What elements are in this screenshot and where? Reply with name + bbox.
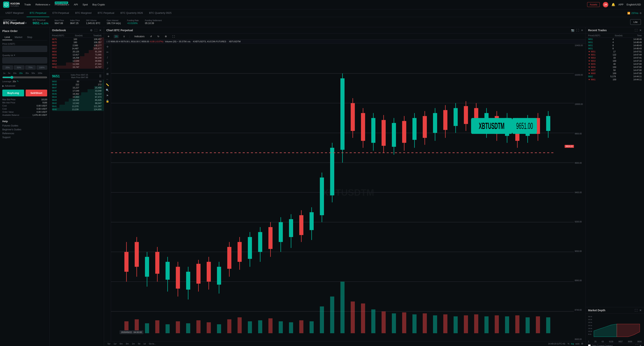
goto-btn[interactable]: Go to... [148,342,157,345]
tf-1yr[interactable]: 1yr [112,342,118,345]
price-input[interactable] [2,46,47,52]
bid-row[interactable]: 964013,239124,656 [50,108,104,111]
settings-icon[interactable]: ⚙ [90,29,92,32]
crosshair-tool-icon[interactable]: ✛ [106,45,109,48]
expand-depth-icon[interactable]: ⛶ [635,309,638,312]
settings-icon[interactable]: ⚙ [640,12,642,14]
camera-icon[interactable]: 📷 [571,29,574,32]
expand-rt-icon[interactable]: ⛶ [635,29,638,32]
rt-row[interactable]: ▼ 96533314:47:41 [586,56,644,59]
ask-row[interactable]: 965620,12591,190 [50,50,104,53]
help-support[interactable]: Support [2,136,47,139]
tab-btc-margined[interactable]: BTC Margined [72,9,95,17]
bid-row[interactable]: 964715,22715,499 [50,86,104,89]
chart-settings-icon[interactable]: ⚙ [581,342,583,345]
advanced-toggle[interactable]: ▶ Advanced [2,84,47,87]
rt-row[interactable]: ▼ 965112214:47:44 [586,53,644,56]
ask-row[interactable]: 9670180108,357 [50,41,104,44]
rt-row[interactable]: 96625,17914:44:11 [586,75,644,78]
bid-row[interactable]: 964519,36252,410 [50,92,104,95]
multi-tool-icon[interactable]: ⊞ [106,72,109,75]
tab-btc-perpetual[interactable]: BTC Perpetual [26,9,49,17]
bid-row[interactable]: 964415,06367,473 [50,95,104,98]
ask-row[interactable]: 965714,487105,677 [50,47,104,50]
log-label[interactable]: log [571,343,574,345]
quantity-input[interactable] [2,57,47,63]
pct-25[interactable]: 25% [2,65,13,70]
tab-btc-perpetual2[interactable]: BTC Perpetual [94,9,117,17]
lev-1x[interactable]: 1x [2,71,6,75]
nav-buy-crypto[interactable]: Buy Crypto [92,3,105,6]
avatar[interactable]: JA [603,2,608,7]
nav-api[interactable]: API [74,3,78,6]
tab-eth-perpetual[interactable]: ETH Perpetual [49,9,72,17]
close-depth-icon[interactable]: ✕ [639,309,642,312]
tf-6m[interactable]: 6m [118,342,124,345]
nav-references[interactable]: References ▾ [36,3,50,6]
rt-row[interactable]: ▼ 966010014:47:00 [586,72,644,75]
symbol-name[interactable]: BTC Perpetual ▾ [3,21,26,25]
fullscreen-btn[interactable]: ⛶ [171,35,176,38]
redo-btn[interactable]: ↻ [156,35,160,38]
help-beginners-guides[interactable]: Beginner's Guides [2,128,47,131]
nav-promotions[interactable]: Brand Upgrade Promotions ▾ [55,3,69,6]
ask-row[interactable]: 965418,25858,248 [50,56,104,59]
pct-50[interactable]: 50% [14,65,24,70]
close-icon2[interactable]: ✕ [639,344,642,346]
measure-tool-icon[interactable]: ⤢ [106,67,109,70]
order-tab-stop[interactable]: Stop [25,34,34,40]
tf-1m[interactable]: 1m [130,342,136,345]
assets-button[interactable]: Assets [587,2,600,7]
leverage-edit-icon[interactable]: ✎ [17,80,19,83]
lite-button[interactable]: Lite [630,19,641,25]
tf-candle[interactable]: 🕯 [122,35,126,38]
rt-row[interactable]: ▼ 966110014:44:11 [586,78,644,81]
lev-50x[interactable]: 50x [31,71,36,75]
text-tool-icon[interactable]: T [106,61,108,65]
nav-trade[interactable]: Trade [24,3,31,6]
leverage-slider[interactable] [2,76,47,79]
bid-row[interactable]: 964318,03285,505 [50,98,104,102]
tab-usdt-margined[interactable]: USDT Margined [2,9,26,17]
ask-row[interactable]: 9675100108,457 [50,38,104,41]
expand-chart-icon[interactable]: ⛶ [576,29,579,32]
indicators-btn[interactable]: Indicators [133,35,146,38]
arrow-tool-icon[interactable]: ← [106,78,109,81]
tab-btc-quarterly-0626[interactable]: BTC Quarterly 0626 [118,9,146,17]
buy-long-button[interactable]: Buy/Long [2,90,24,96]
close-rt-icon[interactable]: ✕ [639,29,642,32]
tf-5d[interactable]: 5d [137,342,141,345]
nav-app[interactable]: APP [618,3,624,6]
tab-btc-quarterly-0925[interactable]: BTC Quarterly 0925 [146,9,175,17]
expand-icon2[interactable]: ⛶ [636,344,638,346]
lev-5x[interactable]: 5x [8,71,11,75]
rt-row[interactable]: ▼ 965310014:47:16 [586,59,644,62]
lev-35x[interactable]: 35x [25,71,30,75]
bid-row[interactable]: 96505050 [50,80,104,83]
pct-label[interactable]: % [568,343,570,345]
sell-short-button[interactable]: Sell/Short [26,90,47,96]
tf-1d[interactable]: 1d [142,342,147,345]
ask-row[interactable]: 965512,81771,065 [50,53,104,56]
lev-10x[interactable]: 10x [12,71,17,75]
settings-btn[interactable]: ⚙ [164,35,168,38]
ask-row[interactable]: 965211,59427,341 [50,62,104,65]
ob-mid-icon[interactable]: ⠿ [99,74,102,78]
flag-tool-icon[interactable]: ⚑ [106,94,109,97]
help-futures-guides[interactable]: Futures Guides [2,124,47,127]
ask-row[interactable]: 965115,74715,747 [50,65,104,69]
bell-icon[interactable]: 🔔 [612,3,615,6]
line-tool-icon[interactable]: / [107,56,108,59]
tf-3m[interactable]: 3m [124,342,130,345]
pct-100[interactable]: 100% [36,65,47,70]
lock-tool-icon[interactable]: 🔒 [106,99,109,103]
bid-row[interactable]: 964212,54298,047 [50,102,104,105]
ask-row[interactable]: 965312,64939,990 [50,59,104,62]
lev-20x[interactable]: 20x [18,71,24,75]
bid-row[interactable]: 964113,370111,397 [50,105,104,108]
ruler-tool-icon[interactable]: 📏 [106,83,109,86]
close-icon[interactable]: ✕ [99,29,102,32]
order-tab-limit[interactable]: Limit [2,34,12,40]
crosshair-tool[interactable]: ✛ [106,35,111,38]
rt-row[interactable]: ▼ 96511714:47:51 [586,50,644,53]
